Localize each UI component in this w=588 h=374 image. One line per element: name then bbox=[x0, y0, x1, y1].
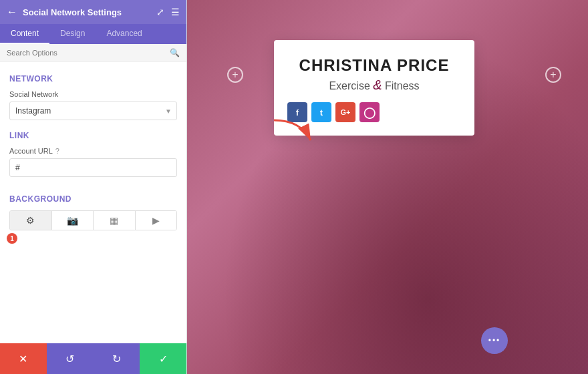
card-subtitle: Exercise & Fitness bbox=[287, 77, 461, 93]
background-section: Background ⚙ 📷 ▦ ▶ 1 bbox=[9, 194, 177, 307]
link-section-title: Link bbox=[9, 131, 177, 140]
undo-button[interactable]: ↺ bbox=[47, 343, 94, 374]
tab-bar: Content Design Advanced bbox=[0, 24, 186, 44]
tab-content[interactable]: Content bbox=[0, 24, 49, 44]
bg-tab-image[interactable]: 📷 bbox=[52, 211, 94, 230]
search-icon: 🔍 bbox=[170, 48, 180, 57]
background-section-title: Background bbox=[9, 194, 177, 204]
panel-title: Social Network Settings bbox=[23, 7, 122, 17]
arrow-indicator bbox=[267, 114, 321, 147]
card-title: CHRISTINA PRICE bbox=[287, 56, 461, 75]
social-network-select[interactable]: Instagram Facebook Twitter Google+ Linke… bbox=[9, 102, 177, 120]
panel-header-icons: ⤢ ☰ bbox=[156, 7, 180, 17]
save-icon: ✓ bbox=[159, 353, 168, 365]
bg-tab-video[interactable]: ▶ bbox=[136, 211, 177, 230]
save-button[interactable]: ✓ bbox=[140, 343, 186, 374]
account-url-label: Account URL ? bbox=[9, 147, 177, 155]
network-section-title: Network bbox=[9, 74, 177, 83]
back-icon[interactable]: ← bbox=[7, 6, 17, 18]
expand-icon[interactable]: ⤢ bbox=[156, 7, 164, 17]
social-network-label: Social Network bbox=[9, 90, 177, 98]
social-icon-googleplus[interactable]: G+ bbox=[335, 102, 355, 122]
panel-header-left: ← Social Network Settings bbox=[7, 6, 122, 18]
tab-advanced[interactable]: Advanced bbox=[96, 24, 152, 44]
bottom-toolbar: ✕ ↺ ↻ ✓ bbox=[0, 343, 186, 374]
social-icon-instagram[interactable]: ◯ bbox=[359, 102, 380, 122]
link-section: Link Account URL ? bbox=[9, 131, 177, 188]
panel-header: ← Social Network Settings ⤢ ☰ bbox=[0, 0, 186, 24]
plus-button-right[interactable]: + bbox=[545, 67, 561, 83]
preview-panel: + + CHRISTINA PRICE Exercise & Fitness f… bbox=[187, 0, 588, 374]
cancel-button[interactable]: ✕ bbox=[0, 343, 47, 374]
search-bar: 🔍 bbox=[0, 44, 186, 62]
more-button[interactable]: ••• bbox=[481, 327, 508, 354]
redo-icon: ↻ bbox=[112, 353, 121, 365]
bg-tab-color[interactable]: ⚙ bbox=[10, 211, 52, 230]
social-network-select-wrapper: Instagram Facebook Twitter Google+ Linke… bbox=[9, 102, 177, 120]
settings-panel: ← Social Network Settings ⤢ ☰ Content De… bbox=[0, 0, 187, 374]
redo-button[interactable]: ↻ bbox=[94, 343, 140, 374]
search-input[interactable] bbox=[7, 49, 166, 57]
network-section: Network Social Network Instagram Faceboo… bbox=[9, 74, 177, 120]
background-type-tabs: ⚙ 📷 ▦ ▶ bbox=[9, 210, 177, 230]
panel-content: Network Social Network Instagram Faceboo… bbox=[0, 62, 186, 343]
tab-design[interactable]: Design bbox=[49, 24, 96, 44]
bg-tab-gradient[interactable]: ▦ bbox=[94, 211, 136, 230]
undo-icon: ↺ bbox=[65, 353, 74, 365]
ampersand: & bbox=[373, 77, 382, 92]
color-badge: 1 bbox=[7, 233, 17, 244]
more-dots-icon: ••• bbox=[488, 336, 501, 345]
plus-button-left[interactable]: + bbox=[227, 67, 243, 83]
more-options-icon[interactable]: ☰ bbox=[171, 7, 180, 17]
account-url-input[interactable] bbox=[9, 158, 177, 177]
account-url-help-icon[interactable]: ? bbox=[55, 147, 59, 155]
cancel-icon: ✕ bbox=[19, 353, 27, 365]
